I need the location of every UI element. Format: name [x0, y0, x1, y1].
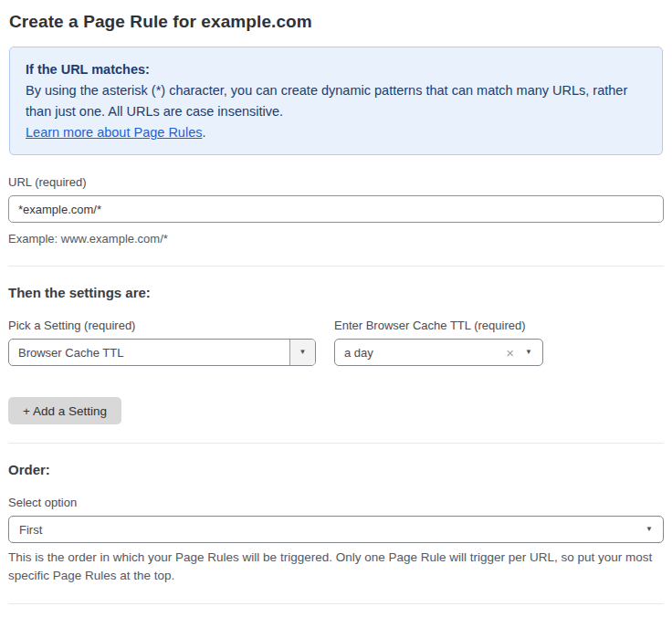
order-helper-text: This is the order in which your Page Rul…	[8, 549, 664, 585]
order-select-value: First	[19, 523, 646, 537]
ttl-select-group: Enter Browser Cache TTL (required) a day…	[334, 319, 543, 366]
ttl-select-value: a day	[335, 340, 506, 365]
url-input[interactable]	[8, 195, 664, 223]
notice-heading: If the URL matches:	[26, 59, 646, 80]
order-select[interactable]: First ▼	[8, 516, 664, 543]
divider	[8, 603, 664, 604]
learn-more-link[interactable]: Learn more about Page Rules	[26, 125, 202, 140]
ttl-select-controls: × ▼	[506, 340, 542, 365]
ttl-select-label: Enter Browser Cache TTL (required)	[334, 319, 543, 332]
setting-select-group: Pick a Setting (required) Browser Cache …	[8, 319, 316, 366]
chevron-down-icon: ▼	[299, 349, 307, 356]
url-field-label: URL (required)	[8, 175, 664, 189]
chevron-down-icon: ▼	[646, 526, 653, 533]
settings-section-heading: Then the settings are:	[8, 285, 664, 300]
settings-row: Pick a Setting (required) Browser Cache …	[8, 319, 664, 366]
order-select-label: Select option	[8, 496, 664, 509]
ttl-select[interactable]: a day × ▼	[334, 339, 543, 366]
create-page-rule-form: Create a Page Rule for example.com If th…	[0, 0, 672, 617]
url-match-notice: If the URL matches: By using the asteris…	[9, 47, 663, 155]
url-example-helper: Example: www.example.com/*	[8, 230, 664, 247]
clear-icon[interactable]: ×	[506, 346, 514, 360]
setting-select-arrow-segment[interactable]: ▼	[289, 340, 315, 365]
notice-link-suffix: .	[202, 125, 205, 140]
add-setting-wrap: + Add a Setting	[8, 397, 664, 424]
chevron-down-icon[interactable]: ▼	[525, 349, 532, 356]
divider	[8, 443, 664, 444]
add-setting-button[interactable]: + Add a Setting	[8, 397, 121, 424]
page-title: Create a Page Rule for example.com	[9, 12, 664, 32]
notice-body: By using the asterisk (*) character, you…	[26, 80, 646, 122]
setting-select-value: Browser Cache TTL	[9, 340, 289, 365]
order-section-heading: Order:	[8, 462, 664, 477]
setting-select-label: Pick a Setting (required)	[8, 319, 316, 332]
notice-link-line: Learn more about Page Rules.	[26, 122, 646, 143]
setting-select[interactable]: Browser Cache TTL ▼	[8, 339, 316, 366]
divider	[8, 266, 664, 267]
